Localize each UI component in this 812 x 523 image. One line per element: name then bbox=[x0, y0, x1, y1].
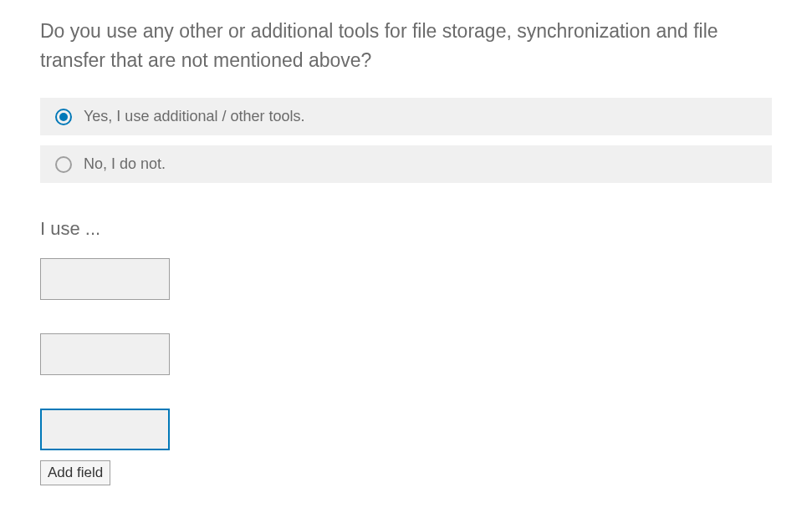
radio-label-yes: Yes, I use additional / other tools. bbox=[84, 108, 305, 125]
tool-input-1[interactable] bbox=[40, 258, 170, 300]
radio-unselected-icon bbox=[55, 156, 72, 173]
tool-input-2[interactable] bbox=[40, 333, 170, 375]
radio-option-yes[interactable]: Yes, I use additional / other tools. bbox=[40, 98, 772, 135]
tool-input-3[interactable] bbox=[40, 409, 170, 450]
radio-label-no: No, I do not. bbox=[84, 155, 166, 173]
radio-selected-icon bbox=[55, 109, 72, 125]
radio-option-no[interactable]: No, I do not. bbox=[40, 145, 772, 183]
question-text: Do you use any other or additional tools… bbox=[40, 17, 772, 74]
add-field-button[interactable]: Add field bbox=[40, 460, 110, 485]
sub-heading: I use ... bbox=[40, 218, 772, 240]
